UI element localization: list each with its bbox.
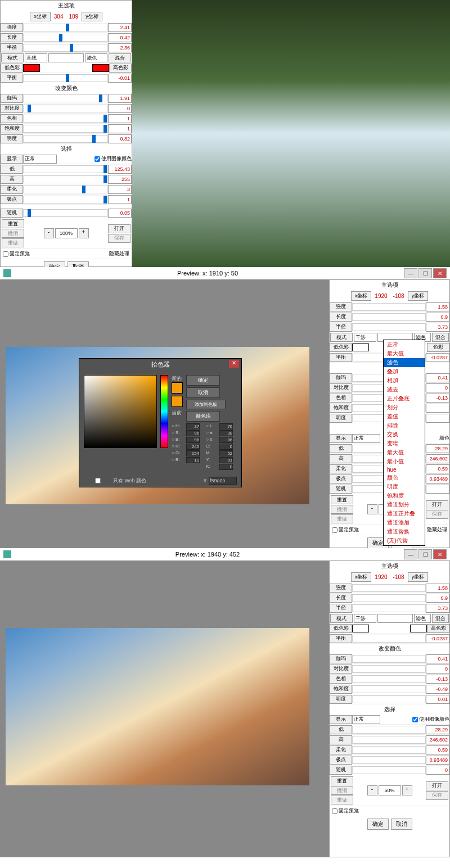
length-val[interactable]: 0.9 xyxy=(426,313,449,322)
length-slider[interactable] xyxy=(23,34,108,42)
radius-val[interactable]: 3.73 xyxy=(426,323,449,332)
redo-btn[interactable]: 重做 xyxy=(331,514,353,523)
bright-val[interactable] xyxy=(426,414,449,423)
mode-dd1[interactable]: 干涉 xyxy=(354,333,376,342)
cp-l-input[interactable] xyxy=(219,423,233,430)
slider[interactable] xyxy=(352,675,426,683)
blend-option[interactable]: 通道替换 xyxy=(384,527,425,536)
minimize-button[interactable]: — xyxy=(404,549,417,559)
blend-option[interactable]: 减去 xyxy=(384,385,425,394)
mode-dropdown-3[interactable]: 滤色 xyxy=(85,53,107,62)
sat-label[interactable]: 饱和度 xyxy=(330,404,352,413)
random-slider[interactable] xyxy=(23,209,108,217)
length-label[interactable]: 长度 xyxy=(330,313,352,322)
cp-k-input[interactable] xyxy=(219,464,233,470)
val[interactable]: -0.49 xyxy=(426,685,449,694)
balance-label[interactable]: 平衡 xyxy=(1,74,23,83)
cp-h-input[interactable] xyxy=(186,423,200,430)
high-label[interactable]: 高 xyxy=(330,454,352,463)
x-coord-btn[interactable]: x坐标 xyxy=(351,291,372,301)
blend-option[interactable]: 通道添加 xyxy=(384,518,425,527)
blend-option[interactable]: 通道正片叠 xyxy=(384,509,425,518)
maximize-button[interactable]: ☐ xyxy=(418,268,432,278)
blend-option[interactable]: 正常 xyxy=(384,340,425,349)
blend-option[interactable]: 通道划分 xyxy=(384,500,425,509)
display-label[interactable]: 显示 xyxy=(1,155,23,164)
low-value[interactable]: 125.43 xyxy=(108,165,132,174)
sat-val[interactable] xyxy=(426,404,449,413)
gamma-value[interactable]: 1.91 xyxy=(108,94,132,103)
slider[interactable] xyxy=(352,685,426,693)
soften-slider[interactable] xyxy=(23,186,108,193)
blend-option[interactable]: 饱和度 xyxy=(384,491,425,500)
gamma-label[interactable]: 伽玛 xyxy=(330,373,352,382)
blend-option[interactable]: hue xyxy=(384,466,425,473)
redo-btn[interactable]: 重做 xyxy=(2,238,24,247)
slider[interactable] xyxy=(352,766,426,774)
close-button[interactable]: ✕ xyxy=(433,268,447,278)
slider[interactable] xyxy=(352,746,426,754)
fixed-preview-check[interactable]: 固定预览 xyxy=(332,807,359,815)
high-val[interactable]: 246.602 xyxy=(426,454,449,463)
use-img-color-check[interactable]: 使用图像颜色 xyxy=(412,716,449,723)
highcolor-label[interactable]: 高色彩 xyxy=(427,624,449,633)
random-value[interactable]: 0.05 xyxy=(108,209,132,218)
soften-val[interactable]: 0.59 xyxy=(426,464,449,473)
reset-btn[interactable]: 重置 xyxy=(2,219,24,228)
blend-option[interactable]: 颜色 xyxy=(384,473,425,482)
val[interactable]: 0.93489 xyxy=(426,756,449,765)
intensity-value[interactable]: 2.41 xyxy=(108,23,132,32)
slider[interactable] xyxy=(352,594,426,602)
blend-option[interactable]: (无)代替 xyxy=(384,536,425,545)
length-value[interactable]: 0.42 xyxy=(108,33,132,42)
open-btn[interactable]: 打开 xyxy=(426,781,448,790)
pole-label[interactable]: 极点 xyxy=(1,195,23,204)
blend-option[interactable]: 最大值 xyxy=(384,448,425,457)
high-color[interactable] xyxy=(410,625,427,632)
cp-current-swatch[interactable] xyxy=(172,396,183,407)
blend-option[interactable]: 差值 xyxy=(384,412,425,421)
cp-hue-slider[interactable] xyxy=(160,375,168,448)
ok-button[interactable]: 确定 xyxy=(367,819,389,830)
hue-slider[interactable] xyxy=(23,115,108,123)
hue-label[interactable]: 色相 xyxy=(330,394,352,403)
slider[interactable] xyxy=(352,736,426,744)
gamma-val[interactable]: 0.41 xyxy=(426,373,449,382)
reset-btn[interactable]: 重置 xyxy=(331,495,353,504)
blend-option[interactable]: 明度 xyxy=(384,482,425,491)
reset-btn[interactable]: 重置 xyxy=(331,776,353,785)
undo-btn[interactable]: 撤消 xyxy=(2,229,24,238)
cp-web-only-check[interactable]: 只有 Web 颜色 xyxy=(84,477,146,485)
display-dropdown[interactable]: 正常 xyxy=(23,155,57,164)
cp-cancel-button[interactable]: 取消 xyxy=(186,387,220,398)
cancel-button[interactable]: 取消 xyxy=(391,819,412,830)
pole-label[interactable]: 极点 xyxy=(330,474,352,483)
high-label[interactable]: 高 xyxy=(1,175,23,184)
slider[interactable] xyxy=(352,303,426,311)
low-color[interactable] xyxy=(352,343,369,351)
low-slider[interactable] xyxy=(23,165,108,173)
val[interactable]: 0.59 xyxy=(426,745,449,754)
radius-slider[interactable] xyxy=(23,44,108,52)
intensity-label[interactable]: 强度 xyxy=(330,584,352,593)
cp-r-input[interactable] xyxy=(186,444,200,450)
cp-m-input[interactable] xyxy=(219,450,233,456)
pole-slider[interactable] xyxy=(23,196,108,204)
cp-y-input[interactable] xyxy=(219,457,233,463)
soften-value[interactable]: 3 xyxy=(108,185,132,194)
fixed-preview-check[interactable]: 固定预览 xyxy=(332,526,359,534)
val[interactable]: 1.58 xyxy=(426,584,449,593)
intensity-label[interactable]: 强度 xyxy=(330,302,352,311)
slider[interactable] xyxy=(352,756,426,764)
val[interactable]: 0.01 xyxy=(426,695,449,704)
balance-value[interactable]: -0.01 xyxy=(108,74,132,83)
pole-value[interactable]: 1 xyxy=(108,195,132,204)
soften-label[interactable]: 柔化 xyxy=(1,185,23,194)
intensity-label[interactable]: 强度 xyxy=(1,23,23,32)
cp-new-swatch[interactable] xyxy=(172,382,183,394)
slider[interactable] xyxy=(352,655,426,663)
slider[interactable] xyxy=(352,635,426,643)
sat-value[interactable]: 1 xyxy=(108,124,132,133)
y-coord-btn[interactable]: y坐标 xyxy=(408,572,429,582)
cp-gradient-picker[interactable] xyxy=(84,375,157,448)
